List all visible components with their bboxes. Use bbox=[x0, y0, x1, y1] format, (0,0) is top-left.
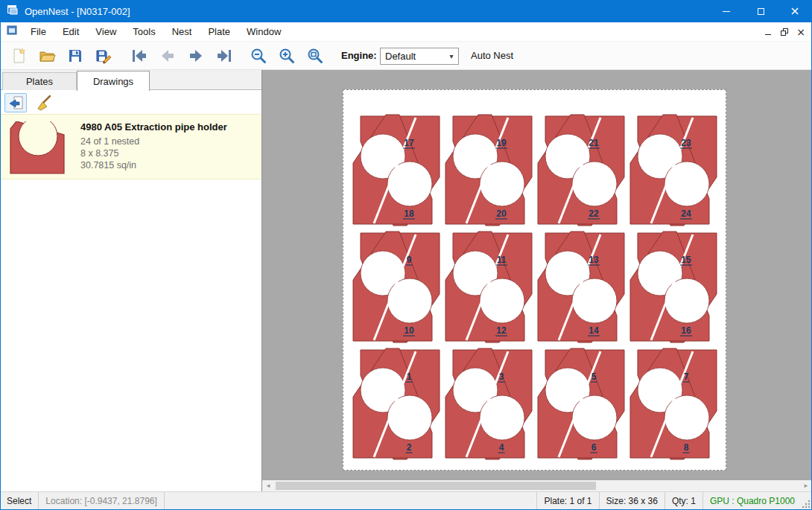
document-icon bbox=[6, 25, 18, 39]
new-file-icon bbox=[10, 47, 28, 65]
menu-tools[interactable]: Tools bbox=[124, 23, 163, 40]
nest-pair[interactable]: 12 bbox=[353, 348, 440, 459]
part-number: 7 bbox=[684, 372, 689, 382]
last-arrow-icon bbox=[215, 47, 233, 65]
zoom-fit-icon bbox=[306, 47, 324, 65]
mdi-restore-button[interactable] bbox=[776, 25, 793, 39]
plate-indicator: Plate: 1 of 1 bbox=[536, 492, 598, 510]
part-number: 13 bbox=[589, 255, 599, 265]
part-number: 5 bbox=[591, 372, 597, 382]
minimize-icon bbox=[723, 11, 730, 12]
part-number: 24 bbox=[681, 208, 691, 219]
pipe-notch-lower bbox=[664, 278, 709, 323]
nest-pair[interactable]: 910 bbox=[353, 232, 440, 342]
part-number: 16 bbox=[681, 325, 691, 336]
menu-file[interactable]: File bbox=[22, 23, 54, 40]
chevron-down-icon: ▾ bbox=[445, 52, 458, 60]
part-number: 14 bbox=[589, 325, 599, 336]
clear-button[interactable] bbox=[33, 93, 55, 112]
zoom-out-icon bbox=[250, 47, 267, 65]
open-folder-icon bbox=[38, 47, 56, 65]
drawing-list-item[interactable]: 4980 A05 Extraction pipe holder 24 of 1 … bbox=[0, 114, 261, 179]
auto-nest-button[interactable]: Auto Nest bbox=[471, 50, 513, 61]
save-icon bbox=[66, 47, 84, 65]
drawing-area: 30.7815 sq/in bbox=[80, 160, 136, 170]
open-button[interactable] bbox=[34, 44, 60, 68]
maximize-button[interactable] bbox=[743, 0, 778, 22]
zoom-in-icon bbox=[278, 47, 296, 65]
mdi-minimize-button[interactable] bbox=[760, 25, 776, 39]
mode-indicator: Select bbox=[0, 492, 39, 510]
nest-pair[interactable]: 34 bbox=[445, 348, 532, 459]
nest-pair[interactable]: 1314 bbox=[538, 232, 624, 342]
new-button[interactable] bbox=[6, 44, 31, 68]
menu-view[interactable]: View bbox=[87, 23, 124, 40]
part-number: 18 bbox=[404, 208, 414, 219]
gpu-indicator: GPU : Quadro P1000 bbox=[702, 492, 802, 510]
pipe-notch-lower bbox=[572, 162, 617, 206]
part-number: 17 bbox=[404, 138, 414, 148]
nest-pair[interactable]: 56 bbox=[538, 348, 624, 459]
next-plate-button[interactable] bbox=[183, 44, 209, 68]
window-title: OpenNest - [N0317-002] bbox=[25, 6, 130, 17]
nest-pair[interactable]: 1516 bbox=[630, 232, 717, 342]
part-number: 9 bbox=[407, 255, 412, 265]
return-part-button[interactable] bbox=[4, 93, 27, 112]
pipe-notch-lower bbox=[387, 278, 432, 323]
qty-indicator: Qty: 1 bbox=[664, 492, 702, 510]
part-number: 1 bbox=[407, 372, 412, 382]
minimize-button[interactable] bbox=[709, 0, 743, 22]
scroll-right-icon[interactable]: ► bbox=[800, 482, 812, 489]
nest-pair[interactable]: 1112 bbox=[445, 232, 532, 342]
menu-nest[interactable]: Nest bbox=[164, 23, 200, 40]
save-edit-button[interactable] bbox=[91, 44, 116, 68]
previous-plate-button[interactable] bbox=[155, 44, 180, 68]
pipe-notch-lower bbox=[480, 395, 524, 440]
size-indicator: Size: 36 x 36 bbox=[599, 492, 664, 510]
location-indicator: Location: [-0.9437, 21.8796] bbox=[39, 492, 164, 510]
nest-canvas[interactable]: 171819202122232491011121314151612345678 … bbox=[262, 70, 812, 491]
nest-pair[interactable]: 2122 bbox=[538, 115, 624, 226]
next-arrow-icon bbox=[187, 47, 205, 65]
part-number: 3 bbox=[499, 372, 504, 382]
last-plate-button[interactable] bbox=[212, 44, 237, 68]
part-number: 20 bbox=[496, 208, 507, 219]
broom-icon bbox=[35, 94, 53, 112]
mdi-close-button[interactable]: × bbox=[793, 25, 809, 39]
tab-drawings[interactable]: Drawings bbox=[77, 71, 150, 91]
scrollbar-thumb[interactable] bbox=[276, 482, 596, 490]
horizontal-scrollbar[interactable]: ◄ ► bbox=[262, 480, 812, 491]
nest-pair[interactable]: 1718 bbox=[353, 115, 440, 226]
pipe-notch-lower bbox=[572, 278, 617, 323]
save-button[interactable] bbox=[63, 44, 88, 68]
drawing-nested-count: 24 of 1 nested bbox=[80, 136, 139, 147]
status-bar: Select Location: [-0.9437, 21.8796] Plat… bbox=[0, 491, 812, 510]
zoom-in-button[interactable] bbox=[274, 44, 299, 68]
part-number: 15 bbox=[681, 255, 691, 265]
scroll-left-icon[interactable]: ◄ bbox=[262, 482, 274, 489]
side-panel: Plates Drawings 4980 A05 Extraction pipe… bbox=[0, 70, 262, 491]
title-bar[interactable]: OpenNest - [N0317-002] × bbox=[0, 0, 812, 22]
first-plate-button[interactable] bbox=[127, 44, 152, 68]
part-number: 21 bbox=[589, 138, 599, 148]
resize-grip[interactable] bbox=[802, 492, 812, 510]
app-icon bbox=[7, 4, 19, 19]
zoom-fit-button[interactable] bbox=[302, 44, 328, 68]
nest-pair[interactable]: 78 bbox=[630, 348, 717, 459]
previous-arrow-icon bbox=[159, 47, 177, 65]
part-thumbnail bbox=[6, 118, 72, 176]
menu-plate[interactable]: Plate bbox=[200, 23, 238, 40]
nest-pair[interactable]: 1920 bbox=[445, 115, 532, 226]
menu-edit[interactable]: Edit bbox=[54, 23, 87, 40]
close-icon: × bbox=[790, 5, 799, 17]
part-number: 19 bbox=[496, 138, 507, 148]
nest-pair[interactable]: 2324 bbox=[630, 115, 717, 226]
part-number: 12 bbox=[496, 325, 507, 336]
close-button[interactable]: × bbox=[778, 0, 812, 22]
engine-select[interactable]: Default ▾ bbox=[380, 48, 459, 65]
part-number: 6 bbox=[591, 442, 597, 453]
menu-window[interactable]: Window bbox=[238, 23, 289, 40]
zoom-out-button[interactable] bbox=[246, 44, 271, 68]
maximize-icon bbox=[758, 8, 764, 15]
tab-plates[interactable]: Plates bbox=[2, 72, 77, 90]
